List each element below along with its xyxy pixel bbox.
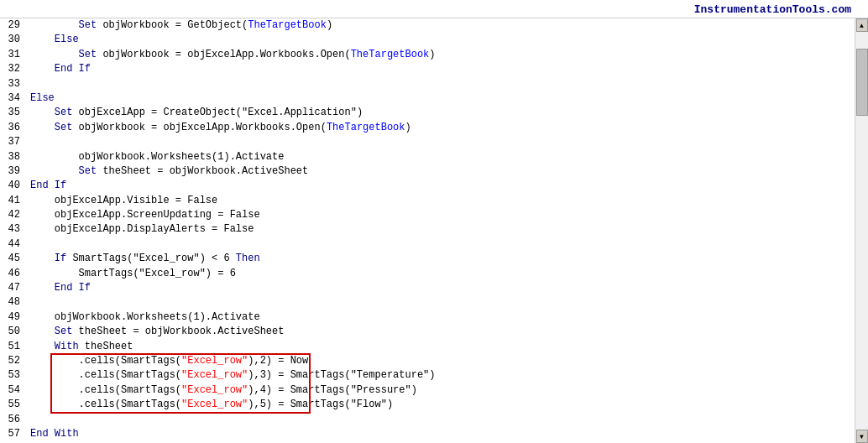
line-number: 35: [0, 106, 27, 120]
table-row: 52 .cells(SmartTags("Excel_row"),2) = No…: [0, 354, 855, 368]
line-code: objWorkbook.Worksheets(1).Activate: [27, 150, 855, 164]
line-code: [27, 135, 855, 149]
table-row: 40End If: [0, 179, 855, 193]
table-row: 45 If SmartTags("Excel_row") < 6 Then: [0, 252, 855, 266]
table-row: 50 Set theSheet = objWorkbook.ActiveShee…: [0, 325, 855, 339]
line-code: [27, 237, 855, 252]
line-number: 36: [0, 121, 27, 135]
table-row: 54 .cells(SmartTags("Excel_row"),4) = Sm…: [0, 383, 855, 398]
line-number: 43: [0, 222, 27, 237]
table-row: 53 .cells(SmartTags("Excel_row"),3) = Sm…: [0, 368, 855, 383]
line-number: 54: [0, 383, 27, 398]
line-code: [27, 295, 855, 310]
line-code: .cells(SmartTags("Excel_row"),2) = Now: [27, 354, 855, 368]
line-code: Set objWorkbook = objExcelApp.Workbooks.…: [27, 48, 855, 62]
line-code: Else: [27, 91, 855, 106]
line-code: Set objExcelApp = CreateObject("Excel.Ap…: [27, 106, 855, 120]
table-row: 41 objExcelApp.Visible = False: [0, 194, 855, 208]
line-number: 50: [0, 325, 27, 339]
line-number: 57: [0, 427, 27, 441]
line-number: 34: [0, 91, 27, 106]
line-code: End If: [27, 62, 855, 76]
line-number: 33: [0, 77, 27, 91]
line-number: 49: [0, 310, 27, 325]
line-code: Else: [27, 33, 855, 47]
code-table: 29 Set objWorkbook = GetObject(TheTarget…: [0, 18, 855, 443]
table-row: 56: [0, 413, 855, 427]
scroll-up-arrow[interactable]: ▲: [856, 18, 868, 32]
line-code: Set theSheet = objWorkbook.ActiveSheet: [27, 164, 855, 179]
table-row: 46 SmartTags("Excel_row") = 6: [0, 267, 855, 281]
line-code: With theSheet: [27, 340, 855, 354]
line-number: 53: [0, 368, 27, 383]
table-row: 48: [0, 295, 855, 310]
line-code: End If: [27, 281, 855, 295]
code-area: 29 Set objWorkbook = GetObject(TheTarget…: [0, 18, 855, 443]
line-code: .cells(SmartTags("Excel_row"),3) = Smart…: [27, 368, 855, 383]
table-row: 49 objWorkbook.Worksheets(1).Activate: [0, 310, 855, 325]
line-code: SmartTags("Excel_row") = 6: [27, 267, 855, 281]
main-content: 29 Set objWorkbook = GetObject(TheTarget…: [0, 18, 868, 443]
table-row: 55 .cells(SmartTags("Excel_row"),5) = Sm…: [0, 398, 855, 412]
table-row: 42 objExcelApp.ScreenUpdating = False: [0, 208, 855, 222]
line-code: objExcelApp.DisplayAlerts = False: [27, 222, 855, 237]
line-number: 29: [0, 18, 27, 33]
table-row: 43 objExcelApp.DisplayAlerts = False: [0, 222, 855, 237]
table-row: 37: [0, 135, 855, 149]
line-code: .cells(SmartTags("Excel_row"),5) = Smart…: [27, 398, 855, 412]
table-row: 35 Set objExcelApp = CreateObject("Excel…: [0, 106, 855, 120]
table-row: 36 Set objWorkbook = objExcelApp.Workboo…: [0, 121, 855, 135]
line-number: 40: [0, 179, 27, 193]
line-number: 55: [0, 398, 27, 412]
line-code: objExcelApp.ScreenUpdating = False: [27, 208, 855, 222]
table-row: 34Else: [0, 91, 855, 106]
line-number: 52: [0, 354, 27, 368]
line-code: [27, 413, 855, 427]
line-code: objWorkbook.Worksheets(1).Activate: [27, 310, 855, 325]
line-code: Set objWorkbook = objExcelApp.Workbooks.…: [27, 121, 855, 135]
line-code: Set objWorkbook = GetObject(TheTargetBoo…: [27, 18, 855, 33]
table-row: 44: [0, 237, 855, 252]
line-number: 45: [0, 252, 27, 266]
line-code: End With: [27, 427, 855, 441]
table-row: 32 End If: [0, 62, 855, 76]
line-number: 56: [0, 413, 27, 427]
line-number: 48: [0, 295, 27, 310]
line-number: 47: [0, 281, 27, 295]
line-number: 37: [0, 135, 27, 149]
site-title: InstrumentationTools.com: [694, 3, 851, 16]
line-number: 38: [0, 150, 27, 164]
table-row: 33: [0, 77, 855, 91]
line-number: 44: [0, 237, 27, 252]
line-number: 41: [0, 194, 27, 208]
table-row: 38 objWorkbook.Worksheets(1).Activate: [0, 150, 855, 164]
scrollbar[interactable]: ▲ ▼: [855, 18, 868, 443]
line-code: .cells(SmartTags("Excel_row"),4) = Smart…: [27, 383, 855, 398]
scroll-thumb[interactable]: [856, 49, 868, 116]
table-row: 29 Set objWorkbook = GetObject(TheTarget…: [0, 18, 855, 33]
table-row: 39 Set theSheet = objWorkbook.ActiveShee…: [0, 164, 855, 179]
table-row: 57End With: [0, 427, 855, 441]
line-number: 39: [0, 164, 27, 179]
header-bar: InstrumentationTools.com: [0, 0, 868, 18]
line-number: 31: [0, 48, 27, 62]
line-number: 46: [0, 267, 27, 281]
line-code: If SmartTags("Excel_row") < 6 Then: [27, 252, 855, 266]
line-number: 32: [0, 62, 27, 76]
line-code: Set theSheet = objWorkbook.ActiveSheet: [27, 325, 855, 339]
line-code: objExcelApp.Visible = False: [27, 194, 855, 208]
table-row: 51 With theSheet: [0, 340, 855, 354]
line-code: [27, 77, 855, 91]
table-row: 30 Else: [0, 33, 855, 47]
line-number: 42: [0, 208, 27, 222]
scroll-down-arrow[interactable]: ▼: [856, 430, 868, 443]
table-row: 47 End If: [0, 281, 855, 295]
line-code: End If: [27, 179, 855, 193]
line-number: 51: [0, 340, 27, 354]
line-number: 30: [0, 33, 27, 47]
table-row: 31 Set objWorkbook = objExcelApp.Workboo…: [0, 48, 855, 62]
app-container: InstrumentationTools.com 29 Set objWorkb…: [0, 0, 868, 443]
